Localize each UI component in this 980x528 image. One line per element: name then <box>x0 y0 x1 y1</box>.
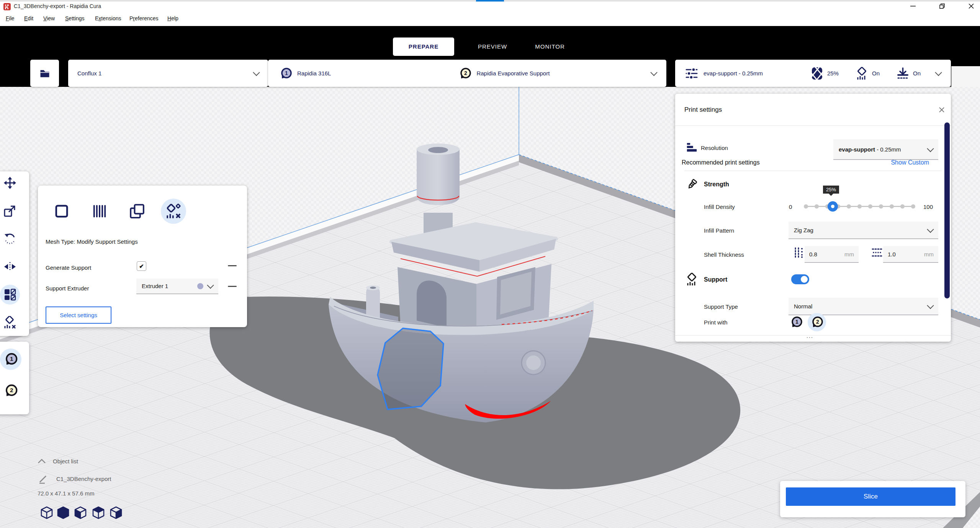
mirror-tool-button[interactable] <box>1 257 19 276</box>
extruder-2-icon: 2 <box>809 315 825 330</box>
mesh-type-support-modifier-button[interactable] <box>165 203 182 220</box>
infill-pattern-value: Zig Zag <box>794 227 928 233</box>
support-icon <box>856 67 868 80</box>
resolution-dropdown[interactable]: evap-support - 0.25mm <box>833 139 938 160</box>
remove-generate-support-icon[interactable] <box>228 265 237 266</box>
panel-resize-handle[interactable]: ⋯ <box>806 333 814 342</box>
generate-support-label: Generate Support <box>46 264 91 271</box>
menu-preferences[interactable]: Preferences <box>129 15 159 21</box>
chevron-down-icon <box>650 69 657 76</box>
adhesion-icon <box>897 67 909 80</box>
resolution-value: evap-support <box>839 146 875 153</box>
slider-max-label: 100 <box>923 204 933 210</box>
infill-mesh-icon <box>91 203 108 220</box>
open-file-button[interactable] <box>30 60 59 87</box>
print-with-extruder-1-button[interactable]: 1 <box>789 315 804 330</box>
menubar: File Edit View Settings Extensions Prefe… <box>0 13 980 26</box>
slider-min-label: 0 <box>789 204 792 210</box>
slider-handle[interactable] <box>828 201 838 212</box>
infill-summary: 25% <box>827 70 839 77</box>
tab-monitor[interactable]: MONITOR <box>529 37 571 56</box>
scale-tool-button[interactable] <box>1 202 19 220</box>
menu-file[interactable]: File <box>6 15 15 21</box>
support-extruder-value: Extruder 1 <box>142 283 197 289</box>
select-settings-button[interactable]: Select settings <box>46 306 111 324</box>
resolution-label: Resolution <box>701 145 728 151</box>
menu-edit[interactable]: Edit <box>24 15 33 21</box>
menu-view[interactable]: View <box>43 15 55 21</box>
print-settings-summary[interactable]: evap-support - 0.25mm 25% On On <box>675 60 951 87</box>
view-front-button[interactable] <box>56 506 70 521</box>
chimney-cap <box>417 149 460 205</box>
minimize-button[interactable] <box>909 2 917 10</box>
svg-text:2: 2 <box>465 70 468 76</box>
extruder-1-material: Rapidia 316L <box>297 70 331 77</box>
move-tool-button[interactable] <box>1 174 19 192</box>
tab-preview[interactable]: PREVIEW <box>473 37 512 56</box>
show-custom-link[interactable]: Show Custom <box>891 159 929 166</box>
top-bottom-thickness-icon <box>871 247 883 258</box>
svg-text:2: 2 <box>816 319 819 325</box>
view-top-button[interactable] <box>74 506 87 521</box>
menu-help[interactable]: Help <box>167 15 178 21</box>
support-extruder-dropdown[interactable]: Extruder 1 <box>136 279 218 294</box>
extruder-1-select-button[interactable]: 1 <box>1 349 21 369</box>
extruder-1-icon: 1 <box>278 66 293 81</box>
rotate-tool-button[interactable] <box>1 230 19 248</box>
tab-prepare[interactable]: PREPARE <box>393 37 454 56</box>
chevron-down-icon <box>927 302 934 309</box>
extruder-1-icon: 1 <box>789 315 804 330</box>
view-left-button[interactable] <box>92 506 105 521</box>
view-right-button[interactable] <box>109 506 123 521</box>
print-with-extruder-2-button[interactable]: 2 <box>809 315 825 330</box>
infill-pattern-dropdown[interactable]: Zig Zag <box>789 222 938 239</box>
close-button[interactable] <box>967 2 975 10</box>
infill-pattern-label: Infill Pattern <box>704 227 734 234</box>
print-settings-panel: Print settings Resolution evap-support -… <box>675 94 951 342</box>
material-selector[interactable]: 1 Rapidia 316L 2 Rapidia Evaporative Sup… <box>268 60 666 87</box>
infill-icon <box>811 67 823 80</box>
panel-scrollbar[interactable] <box>944 122 950 298</box>
support-blocker-button[interactable] <box>1 313 19 332</box>
edit-pencil-icon <box>38 474 48 484</box>
menu-settings[interactable]: Settings <box>65 15 85 21</box>
infill-density-slider[interactable] <box>805 204 914 209</box>
app-icon <box>3 3 11 10</box>
close-icon[interactable] <box>939 107 945 113</box>
object-list-toggle[interactable]: Object list <box>53 458 78 464</box>
mesh-type-title: Mesh Type: Modify Support Settings <box>46 238 138 245</box>
mesh-type-cutting-button[interactable] <box>129 203 146 220</box>
view-left-icon <box>92 506 105 520</box>
support-toggle[interactable] <box>791 274 809 284</box>
view-3d-button[interactable] <box>40 506 54 521</box>
slice-panel: Slice <box>780 481 965 517</box>
object-dimensions: 72.0 x 47.1 x 57.6 mm <box>38 490 94 497</box>
view-front-icon <box>56 506 70 520</box>
wall-thickness-input[interactable]: 0.8 mm <box>805 246 859 263</box>
generate-support-checkbox[interactable]: ✔ <box>137 261 146 271</box>
chevron-down-icon <box>253 69 260 76</box>
wall-thickness-value: 0.8 <box>809 251 844 257</box>
restore-button[interactable] <box>938 2 946 10</box>
extruder-color-dot <box>197 283 203 289</box>
extruder-2-select-button[interactable]: 2 <box>1 381 21 401</box>
viewport-corner <box>951 66 980 87</box>
support-type-dropdown[interactable]: Normal <box>789 298 938 315</box>
mesh-type-infill-button[interactable] <box>91 203 108 220</box>
view-right-icon <box>109 506 123 520</box>
per-model-settings-icon <box>3 288 16 301</box>
sliders-icon <box>685 67 698 80</box>
per-model-settings-button[interactable] <box>1 285 19 304</box>
mesh-type-normal-button[interactable] <box>53 203 70 220</box>
menu-extensions[interactable]: Extensions <box>95 15 121 21</box>
printer-selector[interactable]: Conflux 1 <box>68 60 268 87</box>
shell-thickness-label: Shell Thickness <box>704 251 744 258</box>
top-bottom-thickness-input[interactable]: 1.0 mm <box>883 246 938 263</box>
remove-support-extruder-icon[interactable] <box>228 286 237 287</box>
extruder-2-icon: 2 <box>2 382 19 399</box>
resolution-icon <box>686 142 698 154</box>
rotate-icon <box>3 232 16 245</box>
slice-button[interactable]: Slice <box>786 487 955 506</box>
collapse-object-list-icon[interactable] <box>38 458 46 464</box>
tools-panel <box>0 171 29 336</box>
